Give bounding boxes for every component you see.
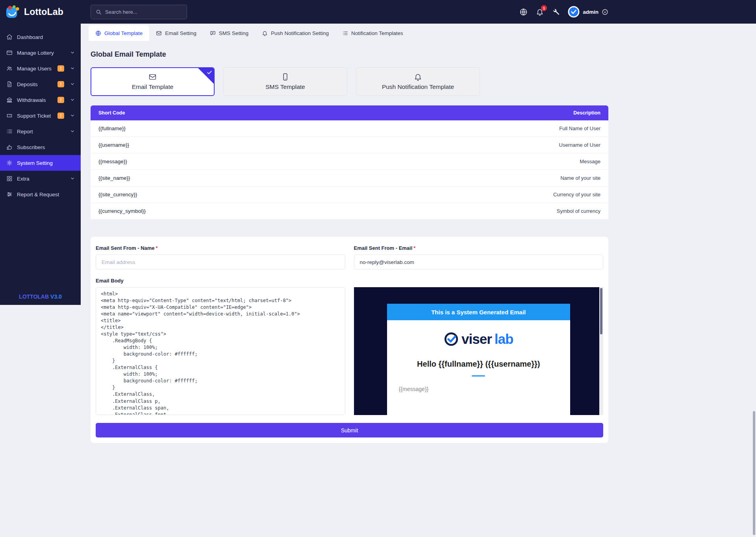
shortcode-description: Currency of your site [553, 192, 600, 197]
required-asterisk: * [413, 245, 415, 251]
shortcode-value: {{site_currency}} [98, 192, 137, 197]
sidebar-item-label: Report & Request [17, 192, 74, 197]
shortcode-table: Short Code Description {{fullname}} Full… [91, 105, 608, 220]
globe-icon [95, 30, 101, 36]
shortcode-value: {{site_name}} [98, 175, 130, 181]
sidebar-item-dashboard[interactable]: Dashboard [0, 29, 81, 45]
viserlab-logo: viserlab [399, 331, 558, 347]
required-asterisk: * [156, 245, 158, 251]
gear-icon [6, 160, 13, 166]
email-body-group: Email Body <html> <meta http-equiv="Cont… [96, 278, 345, 417]
card-label: Push Notification Template [382, 83, 454, 90]
sent-from-name-input[interactable] [96, 255, 345, 269]
sent-from-email-group: Email Sent From - Email* [354, 245, 604, 269]
admin-menu[interactable]: admin [568, 6, 608, 18]
settings-tabbar: Global Template Email Setting SMS Settin… [81, 25, 618, 41]
email-template-card[interactable]: Email Template [91, 67, 215, 96]
sidebar-item-system-setting[interactable]: System Setting [0, 155, 81, 171]
column-header-description: Description [573, 110, 600, 116]
sent-from-name-label: Email Sent From - Name* [96, 245, 345, 251]
app-version: LOTTOLABV3.0 [0, 293, 81, 300]
sidebar-item-label: Support Ticket [17, 113, 53, 119]
settings-wrench-button[interactable] [552, 8, 560, 16]
tab-notification-templates[interactable]: Notification Templates [335, 25, 410, 41]
topbar-actions: 1 admin [519, 6, 608, 18]
sidebar-item-label: Subscribers [17, 144, 74, 150]
tab-label: Global Template [104, 30, 143, 36]
admin-chevron-down-icon [602, 9, 608, 15]
sidebar-item-label: Manage Lottery [17, 50, 64, 56]
preview-scrollbar[interactable] [599, 287, 603, 415]
sidebar-item-subscribers[interactable]: Subscribers [0, 139, 81, 155]
sent-from-email-input[interactable] [354, 255, 604, 269]
table-row: {{site_currency}} Currency of your site [91, 186, 608, 203]
chevron-down-icon [70, 82, 74, 86]
alert-badge: ! [57, 97, 64, 103]
list-icon [342, 30, 348, 36]
chevron-down-icon [70, 66, 74, 70]
sidebar-item-manage-users[interactable]: Manage Users ! [0, 61, 81, 76]
thumbs-up-icon [6, 144, 13, 150]
app-logo[interactable]: LottoLab [0, 0, 81, 24]
notification-count-badge: 1 [541, 5, 547, 11]
sidebar-item-report-request[interactable]: Report & Request [0, 186, 81, 202]
table-row: {{message}} Message [91, 153, 608, 170]
version-number: V3.0 [50, 293, 62, 300]
shortcode-description: Username of User [559, 142, 600, 148]
sidebar-item-report[interactable]: Report [0, 124, 81, 139]
envelope-icon [148, 73, 157, 81]
sidebar-item-manage-lottery[interactable]: Manage Lottery [0, 45, 81, 61]
shortcode-table-header: Short Code Description [91, 105, 608, 120]
tab-sms-setting[interactable]: SMS Setting [203, 25, 255, 41]
tab-email-setting[interactable]: Email Setting [149, 25, 203, 41]
home-icon [6, 34, 13, 40]
grid-icon [6, 175, 13, 182]
bell-icon [414, 73, 422, 81]
page-scrollbar-thumb[interactable] [753, 411, 755, 535]
sidebar-item-label: Extra [17, 176, 64, 182]
email-body-editor[interactable]: <html> <meta http-equiv="Content-Type" c… [96, 287, 345, 415]
shortcode-description: Symbol of currency [557, 208, 600, 214]
page-scrollbar[interactable] [752, 0, 756, 537]
language-globe-button[interactable] [519, 8, 528, 16]
logo-text-part1: viser [461, 331, 492, 347]
sidebar-item-deposits[interactable]: Deposits ! [0, 76, 81, 92]
preview-scrollbar-thumb[interactable] [600, 288, 602, 334]
chat-bubble-icon [210, 30, 216, 36]
shortcode-value: {{message}} [98, 159, 127, 164]
preview-message: {{message}} [399, 386, 558, 392]
card-label: Email Template [132, 83, 174, 90]
admin-avatar [568, 6, 580, 18]
global-search[interactable] [91, 5, 187, 19]
sidebar-item-support-ticket[interactable]: Support Ticket ! [0, 108, 81, 124]
sidebar-item-withdrawals[interactable]: Withdrawals ! [0, 92, 81, 108]
table-row: {{username}} Username of User [91, 137, 608, 153]
sidebar-item-label: Deposits [17, 81, 53, 87]
email-body-label: Email Body [96, 278, 345, 283]
search-input[interactable] [105, 9, 182, 15]
sidebar-item-label: Withdrawals [17, 97, 53, 103]
push-notification-template-card[interactable]: Push Notification Template [356, 67, 480, 96]
shortcode-description: Name of your site [560, 175, 600, 181]
notifications-bell-button[interactable]: 1 [536, 8, 544, 16]
label-text: Email Sent From - Name [96, 245, 155, 251]
tab-label: Email Setting [165, 30, 196, 36]
submit-button[interactable]: Submit [96, 423, 603, 437]
sms-template-card[interactable]: SMS Template [223, 67, 347, 96]
page-content: Global Email Template Email Template SMS… [81, 41, 618, 443]
bank-icon [6, 97, 13, 103]
viserlab-check-icon [444, 332, 459, 347]
alert-badge: ! [57, 113, 64, 119]
sidebar-item-extra[interactable]: Extra [0, 171, 81, 186]
sidebar-item-label: Dashboard [17, 34, 74, 40]
bell-icon [262, 30, 268, 36]
list-icon [6, 128, 13, 135]
brand-name: LottoLab [24, 7, 63, 17]
main-area: Global Template Email Setting SMS Settin… [81, 24, 618, 455]
tab-push-notification-setting[interactable]: Push Notification Setting [255, 25, 335, 41]
chevron-down-icon [70, 177, 74, 181]
shortcode-description: Message [580, 159, 600, 164]
shortcode-description: Full Name of User [559, 125, 600, 131]
tab-global-template[interactable]: Global Template [89, 25, 149, 41]
table-row: {{site_name}} Name of your site [91, 170, 608, 186]
